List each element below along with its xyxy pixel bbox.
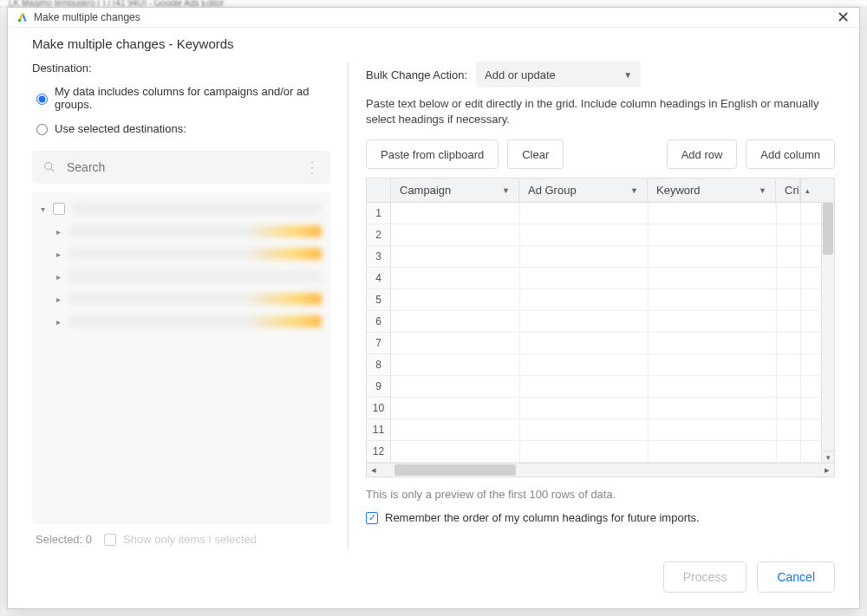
tree-child-row[interactable]: ▸ [36, 310, 327, 333]
column-header-campaign[interactable]: Campaign▼ [391, 178, 519, 202]
selected-count: 0 [86, 533, 92, 546]
bulk-change-pane: Bulk Change Action: Add or update ▼ Past… [349, 62, 835, 549]
tree-label-redacted [68, 270, 322, 282]
grid-toolbar: Paste from clipboard Clear Add row Add c… [366, 139, 835, 169]
grid-row[interactable] [391, 376, 821, 398]
column-header-cri[interactable]: Cri [776, 178, 800, 202]
vscroll-thumb[interactable] [823, 203, 833, 255]
row-number-gutter: 123456789101112 [367, 203, 391, 463]
grid-row[interactable] [391, 398, 821, 419]
radio-use-selected-destinations[interactable]: Use selected destinations: [32, 121, 330, 135]
toolbar-spacer [572, 139, 657, 169]
svg-point-0 [18, 19, 22, 23]
row-number: 3 [367, 246, 390, 268]
column-header-adgroup[interactable]: Ad Group▼ [519, 178, 648, 202]
row-number: 5 [367, 289, 390, 311]
caret-right-icon[interactable]: ▸ [56, 250, 68, 259]
grid-row[interactable] [391, 289, 821, 311]
chevron-down-icon[interactable]: ▼ [759, 186, 766, 195]
grid-row[interactable] [391, 224, 821, 246]
bulk-action-dropdown[interactable]: Add or update ▼ [476, 62, 641, 88]
hscroll-track[interactable] [381, 464, 820, 477]
tree-child-row[interactable]: ▸ [36, 243, 327, 265]
svg-line-2 [51, 169, 54, 172]
caret-down-icon[interactable]: ▾ [41, 204, 53, 214]
remember-order-row[interactable]: ✓ Remember the order of my column headin… [366, 511, 835, 524]
row-number: 6 [367, 311, 390, 333]
vscroll-down-icon[interactable]: ▾ [822, 451, 834, 463]
search-input[interactable] [65, 159, 304, 175]
tree-root-checkbox[interactable] [53, 203, 65, 215]
tree-child-row[interactable]: ▸ [36, 288, 327, 310]
close-icon[interactable]: ✕ [835, 11, 851, 23]
grid-row[interactable] [391, 333, 821, 354]
search-more-icon[interactable]: ⋮ [304, 158, 320, 177]
vscroll-up-icon[interactable]: ▴ [800, 178, 813, 202]
grid-row[interactable] [391, 354, 821, 376]
bulk-action-row: Bulk Change Action: Add or update ▼ [366, 62, 835, 88]
show-only-checkbox[interactable] [104, 534, 116, 546]
chevron-down-icon[interactable]: ▼ [630, 186, 638, 195]
tree-label-redacted [68, 225, 322, 237]
caret-right-icon[interactable]: ▸ [56, 295, 68, 304]
remember-label: Remember the order of my column headings… [385, 511, 700, 524]
tree-label-redacted [68, 248, 322, 260]
row-number: 11 [367, 419, 390, 441]
chevron-down-icon: ▼ [623, 70, 632, 80]
radio-my-data-includes-columns[interactable]: My data includes columns for campaigns a… [32, 85, 330, 111]
modal-make-multiple-changes: Make multiple changes ✕ Make multiple ch… [7, 7, 860, 609]
horizontal-scrollbar[interactable]: ◂ ▸ [367, 463, 834, 477]
grid-body[interactable]: 123456789101112 ▾ [367, 203, 834, 463]
col-label: Campaign [400, 184, 451, 197]
tree-root-row[interactable]: ▾ [36, 198, 327, 220]
data-grid[interactable]: Campaign▼ Ad Group▼ Keyword▼ Cri ▴ 12345… [366, 178, 835, 477]
remember-checkbox[interactable]: ✓ [366, 512, 378, 524]
grid-row[interactable] [391, 311, 821, 333]
row-number: 2 [367, 224, 390, 246]
radio-a-label: My data includes columns for campaigns a… [55, 85, 330, 111]
destination-tree[interactable]: ▾ ▸ ▸ ▸ ▸ ▸ [32, 192, 330, 524]
grid-row[interactable] [391, 203, 821, 224]
search-icon [42, 160, 56, 174]
grid-row[interactable] [391, 268, 821, 289]
add-column-button[interactable]: Add column [746, 139, 835, 169]
clear-button[interactable]: Clear [507, 139, 564, 169]
grid-row[interactable] [391, 419, 821, 441]
radio-input-a[interactable] [36, 94, 48, 105]
grid-cells[interactable] [391, 203, 821, 463]
row-number: 9 [367, 376, 390, 398]
hscroll-thumb[interactable] [394, 464, 516, 476]
grid-col-divider [519, 203, 520, 463]
column-header-keyword[interactable]: Keyword▼ [648, 178, 776, 202]
selected-label: Selected: [36, 533, 82, 546]
bulk-action-value: Add or update [485, 68, 556, 81]
row-number: 12 [367, 441, 390, 463]
bulk-action-label: Bulk Change Action: [366, 68, 467, 81]
grid-row[interactable] [391, 246, 821, 268]
tree-child-row[interactable]: ▸ [36, 220, 327, 243]
process-button[interactable]: Process [663, 561, 747, 593]
grid-row[interactable] [391, 441, 821, 463]
caret-right-icon[interactable]: ▸ [56, 272, 68, 282]
destination-pane: Destination: My data includes columns fo… [32, 62, 349, 549]
hscroll-left-icon[interactable]: ◂ [367, 464, 381, 476]
row-number: 8 [367, 354, 390, 376]
col-label: Keyword [656, 184, 701, 197]
chevron-down-icon[interactable]: ▼ [502, 186, 510, 195]
radio-input-b[interactable] [36, 124, 48, 135]
hscroll-right-icon[interactable]: ▸ [820, 464, 834, 476]
col-label: Ad Group [528, 184, 577, 197]
background-app-titlebar: LK Masimo tempuskro ( ) / (41 94U) - Goo… [0, 0, 867, 7]
modal-content: Destination: My data includes columns fo… [8, 51, 859, 549]
modal-titlebar: Make multiple changes ✕ [8, 8, 859, 28]
add-row-button[interactable]: Add row [667, 139, 738, 169]
tree-child-row[interactable]: ▸ [36, 265, 327, 288]
caret-right-icon[interactable]: ▸ [56, 317, 68, 327]
vertical-scrollbar[interactable]: ▾ [821, 203, 834, 463]
radio-b-label: Use selected destinations: [55, 122, 186, 135]
destination-search-box[interactable]: ⋮ [32, 151, 330, 184]
cancel-button[interactable]: Cancel [757, 561, 835, 593]
caret-right-icon[interactable]: ▸ [56, 227, 68, 237]
paste-from-clipboard-button[interactable]: Paste from clipboard [366, 139, 499, 169]
row-number: 1 [367, 203, 390, 224]
